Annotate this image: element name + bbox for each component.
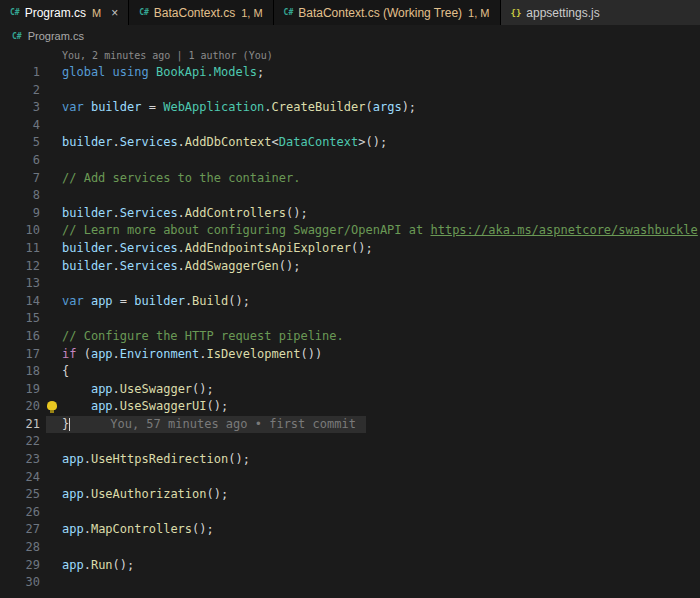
code-token: AddControllers bbox=[185, 206, 286, 220]
line-number[interactable]: 20 bbox=[0, 398, 40, 416]
code-token: Services bbox=[120, 259, 178, 273]
lightbulb-icon[interactable] bbox=[47, 401, 57, 410]
code-token bbox=[62, 382, 91, 396]
code-line-21[interactable]: 21}You, 57 minutes ago • first commit bbox=[0, 416, 700, 434]
code-line-13[interactable]: 13 bbox=[0, 275, 700, 293]
line-number[interactable]: 21 bbox=[0, 416, 40, 434]
glyph-margin bbox=[40, 469, 62, 487]
line-number[interactable]: 3 bbox=[0, 99, 40, 117]
close-icon[interactable]: × bbox=[111, 7, 118, 19]
codelens-authors[interactable]: You, 2 minutes ago | 1 author (You) bbox=[62, 47, 700, 64]
line-number[interactable]: 30 bbox=[0, 574, 40, 592]
line-number[interactable]: 11 bbox=[0, 240, 40, 258]
tab-program-cs[interactable]: C#Program.csM× bbox=[0, 0, 129, 25]
code-line-26[interactable]: 26 bbox=[0, 504, 700, 522]
code-line-22[interactable]: 22 bbox=[0, 433, 700, 451]
tab-batacontext-cs[interactable]: C#BataContext.cs1, M bbox=[129, 0, 273, 25]
glyph-margin bbox=[40, 134, 62, 152]
code-token: ( bbox=[76, 347, 90, 361]
line-number[interactable]: 1 bbox=[0, 64, 40, 82]
code-line-12[interactable]: 12builder.Services.AddSwaggerGen(); bbox=[0, 258, 700, 276]
code-line-19[interactable]: 19 app.UseSwagger(); bbox=[0, 381, 700, 399]
code-text: app.Run(); bbox=[62, 557, 134, 575]
tab-appsettings-js[interactable]: {}appsettings.js bbox=[501, 0, 700, 25]
line-number[interactable]: 19 bbox=[0, 381, 40, 399]
code-line-1[interactable]: 1global using BookApi.Models; bbox=[0, 64, 700, 82]
code-text: // Configure the HTTP request pipeline. bbox=[62, 328, 344, 346]
code-line-4[interactable]: 4 bbox=[0, 117, 700, 135]
line-number[interactable]: 24 bbox=[0, 469, 40, 487]
glyph-margin bbox=[40, 504, 62, 522]
code-text: // Learn more about configuring Swagger/… bbox=[62, 222, 698, 240]
code-line-5[interactable]: 5builder.Services.AddDbContext<DataConte… bbox=[0, 134, 700, 152]
line-number[interactable]: 12 bbox=[0, 258, 40, 276]
code-line-6[interactable]: 6 bbox=[0, 152, 700, 170]
code-token: // Configure the HTTP request pipeline. bbox=[62, 329, 344, 343]
line-number[interactable]: 4 bbox=[0, 117, 40, 135]
tab-batacontext-cs-working-tree[interactable]: C#BataContext.cs (Working Tree)1, M bbox=[274, 0, 501, 25]
code-token bbox=[62, 399, 91, 413]
code-token: . bbox=[84, 558, 91, 572]
code-line-23[interactable]: 23app.UseHttpsRedirection(); bbox=[0, 451, 700, 469]
code-line-25[interactable]: 25app.UseAuthorization(); bbox=[0, 486, 700, 504]
code-line-3[interactable]: 3var builder = WebApplication.CreateBuil… bbox=[0, 99, 700, 117]
line-number[interactable]: 14 bbox=[0, 293, 40, 311]
code-text: app.UseSwagger(); bbox=[62, 381, 214, 399]
line-number[interactable]: 22 bbox=[0, 433, 40, 451]
line-number[interactable]: 9 bbox=[0, 205, 40, 223]
inline-blame: You, 57 minutes ago • first commit bbox=[110, 417, 356, 431]
line-number[interactable]: 23 bbox=[0, 451, 40, 469]
code-token bbox=[84, 294, 91, 308]
code-line-18[interactable]: 18{ bbox=[0, 363, 700, 381]
code-token: app bbox=[62, 522, 84, 536]
code-token: (); bbox=[286, 206, 308, 220]
code-token: Services bbox=[120, 135, 178, 149]
code-line-2[interactable]: 2 bbox=[0, 82, 700, 100]
code-line-17[interactable]: 17if (app.Environment.IsDevelopment()) bbox=[0, 346, 700, 364]
code-line-15[interactable]: 15 bbox=[0, 310, 700, 328]
code-line-29[interactable]: 29app.Run(); bbox=[0, 557, 700, 575]
code-line-10[interactable]: 10// Learn more about configuring Swagge… bbox=[0, 222, 700, 240]
line-number[interactable]: 16 bbox=[0, 328, 40, 346]
comment-link[interactable]: https://aka.ms/aspnetcore/swashbuckle bbox=[430, 223, 697, 237]
code-token: builder bbox=[91, 100, 142, 114]
line-number[interactable]: 18 bbox=[0, 363, 40, 381]
line-number[interactable]: 26 bbox=[0, 504, 40, 522]
code-line-28[interactable]: 28 bbox=[0, 539, 700, 557]
glyph-margin bbox=[40, 398, 62, 416]
line-number[interactable]: 2 bbox=[0, 82, 40, 100]
code-line-27[interactable]: 27app.MapControllers(); bbox=[0, 521, 700, 539]
breadcrumb[interactable]: C# Program.cs bbox=[0, 25, 700, 47]
line-number[interactable]: 28 bbox=[0, 539, 40, 557]
code-line-8[interactable]: 8 bbox=[0, 187, 700, 205]
glyph-margin bbox=[40, 275, 62, 293]
code-token: { bbox=[62, 364, 69, 378]
line-number[interactable]: 10 bbox=[0, 222, 40, 240]
code-token: ( bbox=[366, 100, 373, 114]
code-token: args bbox=[373, 100, 402, 114]
line-number[interactable]: 13 bbox=[0, 275, 40, 293]
code-editor[interactable]: You, 2 minutes ago | 1 author (You) 1glo… bbox=[0, 47, 700, 598]
code-token: DataContext bbox=[279, 135, 358, 149]
line-number[interactable]: 29 bbox=[0, 557, 40, 575]
line-number[interactable]: 27 bbox=[0, 521, 40, 539]
line-number[interactable]: 6 bbox=[0, 152, 40, 170]
code-token: builder bbox=[62, 259, 113, 273]
code-line-14[interactable]: 14var app = builder.Build(); bbox=[0, 293, 700, 311]
code-line-16[interactable]: 16// Configure the HTTP request pipeline… bbox=[0, 328, 700, 346]
breadcrumb-file-label: Program.cs bbox=[28, 30, 84, 42]
line-number[interactable]: 15 bbox=[0, 310, 40, 328]
line-number[interactable]: 5 bbox=[0, 134, 40, 152]
line-number[interactable]: 17 bbox=[0, 346, 40, 364]
code-line-7[interactable]: 7// Add services to the container. bbox=[0, 170, 700, 188]
code-line-9[interactable]: 9builder.Services.AddControllers(); bbox=[0, 205, 700, 223]
code-line-30[interactable]: 30 bbox=[0, 574, 700, 592]
line-number[interactable]: 25 bbox=[0, 486, 40, 504]
code-token: . bbox=[113, 135, 120, 149]
line-number[interactable]: 8 bbox=[0, 187, 40, 205]
line-number[interactable]: 7 bbox=[0, 170, 40, 188]
code-line-20[interactable]: 20 app.UseSwaggerUI(); bbox=[0, 398, 700, 416]
code-line-24[interactable]: 24 bbox=[0, 469, 700, 487]
json-file-icon: {} bbox=[511, 8, 522, 18]
code-line-11[interactable]: 11builder.Services.AddEndpointsApiExplor… bbox=[0, 240, 700, 258]
